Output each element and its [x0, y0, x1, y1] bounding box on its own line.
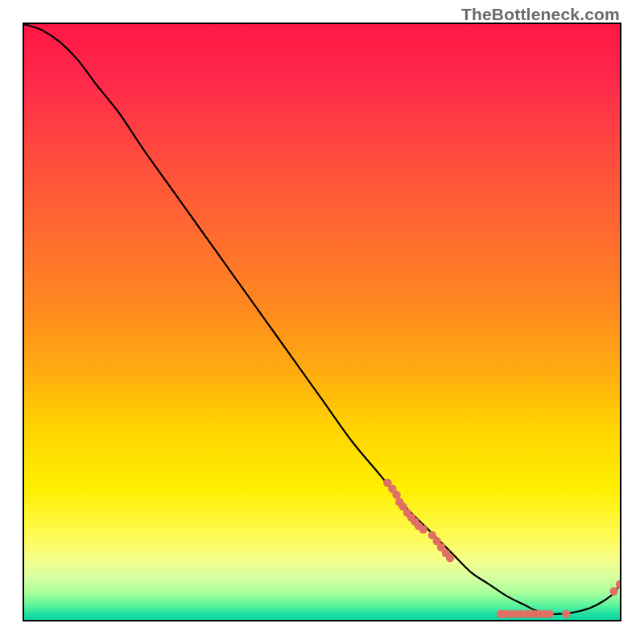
- plot-area: [23, 23, 621, 621]
- data-point: [616, 580, 620, 588]
- data-point: [419, 525, 427, 533]
- chart-container: TheBottleneck.com: [0, 0, 644, 644]
- data-point: [562, 609, 570, 617]
- data-point: [545, 609, 553, 617]
- data-point: [392, 490, 400, 498]
- data-markers: [383, 479, 620, 618]
- chart-svg: [24, 24, 620, 620]
- bottleneck-curve: [24, 24, 620, 614]
- watermark-label: TheBottleneck.com: [461, 5, 620, 24]
- data-point: [609, 587, 617, 595]
- data-point: [446, 554, 454, 562]
